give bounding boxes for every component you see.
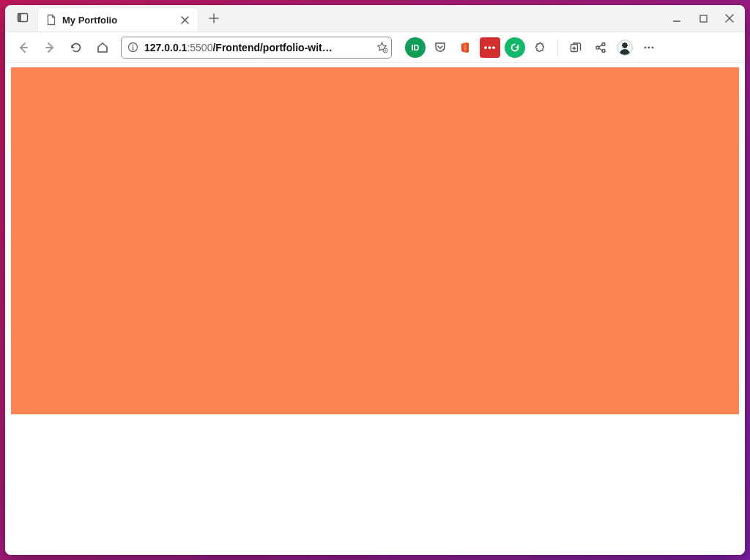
hero-section [11,67,739,414]
share-icon [594,41,607,54]
minimize-icon [672,14,681,23]
close-icon [725,14,734,23]
arrow-right-icon [43,41,56,54]
back-button[interactable] [11,35,36,60]
svg-point-7 [596,46,599,49]
extension-pocket[interactable] [430,37,450,58]
url-path: /Frontend/portfolio-wit… [212,42,332,53]
tab-title: My Portfolio [62,15,174,26]
extension-office[interactable] [455,37,475,58]
tab-close-button[interactable] [179,15,190,26]
avatar-icon [617,40,633,56]
maximize-icon [699,15,708,23]
svg-point-4 [133,45,134,46]
svg-point-11 [648,46,650,48]
page-favicon-icon [45,14,57,26]
svg-point-10 [645,46,647,48]
pocket-icon [434,41,447,54]
extension-area: ID ••• [405,37,659,58]
extension-lastpass[interactable]: ••• [480,37,500,58]
overflow-dots-icon [642,41,656,54]
bookmark-button[interactable] [376,41,388,53]
window-maximize-button[interactable] [691,8,716,29]
extensions-menu-button[interactable] [530,37,550,58]
browser-window: My Portfolio [5,5,745,555]
toolbar: 127.0.0.1:5500/Frontend/portfolio-wit… I… [5,32,745,63]
close-icon [181,16,189,24]
address-bar[interactable]: 127.0.0.1:5500/Frontend/portfolio-wit… [121,37,392,59]
tab-actions-button[interactable] [11,6,34,29]
refresh-icon [70,41,83,54]
lastpass-glyph: ••• [484,42,497,53]
collections-icon [569,41,582,54]
home-icon [96,41,109,54]
new-tab-button[interactable] [203,7,225,29]
tab-strip: My Portfolio [5,5,745,32]
svg-rect-1 [18,14,22,22]
url-port: :5500 [187,42,212,53]
adblocker-glyph: ID [412,43,420,52]
home-button[interactable] [90,35,115,60]
puzzle-icon [533,41,546,54]
app-menu-button[interactable] [639,37,659,58]
url-text: 127.0.0.1:5500/Frontend/portfolio-wit… [144,42,370,53]
extension-grammarly[interactable] [505,37,525,58]
collections-button[interactable] [565,37,586,58]
share-button[interactable] [590,37,611,58]
browser-tab-active[interactable]: My Portfolio [37,7,198,31]
viewport [5,63,745,555]
site-info-button[interactable] [127,42,138,53]
sidebar-panel-icon [17,12,29,23]
forward-button[interactable] [37,35,62,60]
svg-rect-2 [700,15,707,22]
window-minimize-button[interactable] [664,8,689,29]
svg-point-12 [652,46,654,48]
window-close-button[interactable] [717,8,742,29]
toolbar-separator [557,40,558,56]
office-icon [458,41,472,54]
refresh-button[interactable] [64,35,89,60]
grammarly-icon [510,42,520,53]
extension-adblocker[interactable]: ID [405,37,426,58]
arrow-left-icon [17,41,30,54]
page-body [5,63,745,555]
url-host: 127.0.0.1 [144,42,187,53]
profile-button[interactable] [615,37,634,58]
info-icon [127,42,138,53]
star-add-icon [376,41,388,53]
plus-icon [209,13,219,23]
window-controls [664,8,742,29]
